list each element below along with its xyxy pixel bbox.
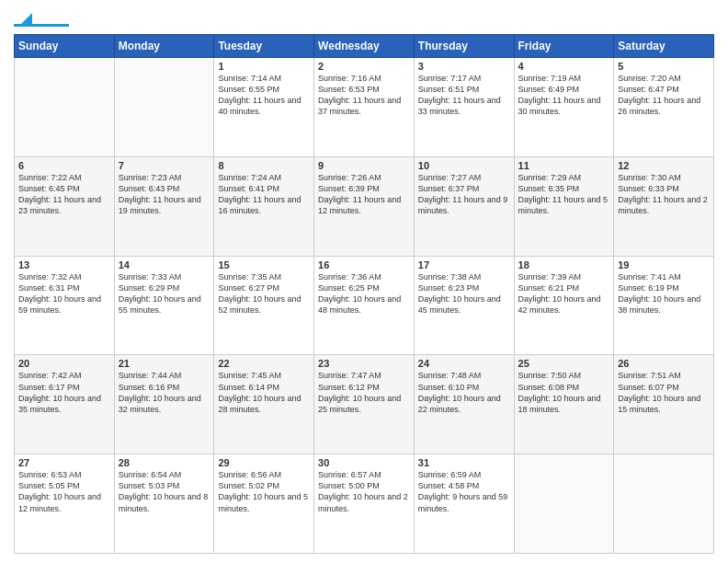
day-info: Sunrise: 7:41 AM Sunset: 6:19 PM Dayligh… [618,272,700,315]
col-sunday: Sunday [15,35,115,58]
calendar-cell [15,58,115,157]
day-number: 11 [518,160,610,171]
calendar-cell: 17Sunrise: 7:38 AM Sunset: 6:23 PM Dayli… [414,256,514,355]
calendar-cell: 1Sunrise: 7:14 AM Sunset: 6:55 PM Daylig… [214,58,314,157]
day-info: Sunrise: 7:44 AM Sunset: 6:16 PM Dayligh… [119,371,201,413]
day-info: Sunrise: 7:24 AM Sunset: 6:41 PM Dayligh… [218,173,301,215]
calendar-cell: 24Sunrise: 7:48 AM Sunset: 6:10 PM Dayli… [414,355,514,454]
day-number: 23 [318,358,410,369]
calendar-cell: 10Sunrise: 7:27 AM Sunset: 6:37 PM Dayli… [414,156,514,256]
day-number: 26 [618,358,710,369]
day-number: 4 [518,61,610,72]
calendar-week-row: 20Sunrise: 7:42 AM Sunset: 6:17 PM Dayli… [15,355,714,454]
col-friday: Friday [514,35,614,58]
calendar-cell: 15Sunrise: 7:35 AM Sunset: 6:27 PM Dayli… [214,256,314,355]
day-info: Sunrise: 7:48 AM Sunset: 6:10 PM Dayligh… [418,371,501,413]
day-number: 6 [18,160,110,171]
day-info: Sunrise: 7:39 AM Sunset: 6:21 PM Dayligh… [518,272,601,315]
day-info: Sunrise: 7:29 AM Sunset: 6:35 PM Dayligh… [518,173,609,215]
calendar-cell: 28Sunrise: 6:54 AM Sunset: 5:03 PM Dayli… [114,454,214,554]
day-number: 5 [618,61,710,72]
calendar-cell: 12Sunrise: 7:30 AM Sunset: 6:33 PM Dayli… [614,156,714,256]
calendar-cell: 25Sunrise: 7:50 AM Sunset: 6:08 PM Dayli… [514,355,614,454]
calendar-cell: 5Sunrise: 7:20 AM Sunset: 6:47 PM Daylig… [614,58,714,157]
header [14,9,714,27]
calendar-cell: 30Sunrise: 6:57 AM Sunset: 5:00 PM Dayli… [314,454,415,554]
day-info: Sunrise: 6:59 AM Sunset: 4:58 PM Dayligh… [418,470,508,512]
calendar-cell: 18Sunrise: 7:39 AM Sunset: 6:21 PM Dayli… [514,256,614,355]
day-number: 14 [119,259,210,270]
col-tuesday: Tuesday [214,35,314,58]
page: Sunday Monday Tuesday Wednesday Thursday… [0,0,728,563]
day-info: Sunrise: 7:50 AM Sunset: 6:08 PM Dayligh… [518,371,601,413]
calendar-cell: 27Sunrise: 6:53 AM Sunset: 5:05 PM Dayli… [15,454,115,554]
calendar-cell [514,454,614,554]
day-info: Sunrise: 7:38 AM Sunset: 6:23 PM Dayligh… [418,272,501,315]
logo [14,9,69,27]
day-number: 18 [518,259,610,270]
day-info: Sunrise: 7:27 AM Sunset: 6:37 PM Dayligh… [418,173,508,215]
logo-underline [14,24,69,27]
day-info: Sunrise: 7:47 AM Sunset: 6:12 PM Dayligh… [318,371,401,413]
day-number: 9 [318,160,410,171]
day-number: 29 [218,457,310,468]
day-number: 19 [618,259,710,270]
col-thursday: Thursday [414,35,514,58]
calendar-cell: 2Sunrise: 7:16 AM Sunset: 6:53 PM Daylig… [314,58,415,157]
calendar-cell: 31Sunrise: 6:59 AM Sunset: 4:58 PM Dayli… [414,454,514,554]
day-number: 7 [119,160,210,171]
day-number: 27 [18,457,110,468]
day-info: Sunrise: 7:26 AM Sunset: 6:39 PM Dayligh… [318,173,401,215]
day-number: 24 [418,358,510,369]
day-info: Sunrise: 7:51 AM Sunset: 6:07 PM Dayligh… [618,371,700,413]
calendar-week-row: 27Sunrise: 6:53 AM Sunset: 5:05 PM Dayli… [15,454,714,554]
calendar-cell: 23Sunrise: 7:47 AM Sunset: 6:12 PM Dayli… [314,355,415,454]
day-number: 30 [318,457,410,468]
day-info: Sunrise: 7:17 AM Sunset: 6:51 PM Dayligh… [418,74,501,116]
calendar-cell: 19Sunrise: 7:41 AM Sunset: 6:19 PM Dayli… [614,256,714,355]
day-info: Sunrise: 7:16 AM Sunset: 6:53 PM Dayligh… [318,74,401,116]
calendar-week-row: 1Sunrise: 7:14 AM Sunset: 6:55 PM Daylig… [15,58,714,157]
day-info: Sunrise: 7:36 AM Sunset: 6:25 PM Dayligh… [318,272,401,315]
day-info: Sunrise: 7:45 AM Sunset: 6:14 PM Dayligh… [218,371,301,413]
calendar-cell: 29Sunrise: 6:56 AM Sunset: 5:02 PM Dayli… [214,454,314,554]
calendar-cell: 14Sunrise: 7:33 AM Sunset: 6:29 PM Dayli… [114,256,214,355]
day-info: Sunrise: 7:35 AM Sunset: 6:27 PM Dayligh… [218,272,301,315]
day-info: Sunrise: 7:20 AM Sunset: 6:47 PM Dayligh… [618,74,700,116]
day-info: Sunrise: 7:33 AM Sunset: 6:29 PM Dayligh… [119,272,201,315]
day-info: Sunrise: 7:14 AM Sunset: 6:55 PM Dayligh… [218,74,301,116]
day-number: 2 [318,61,410,72]
calendar-cell [614,454,714,554]
col-saturday: Saturday [614,35,714,58]
day-info: Sunrise: 6:57 AM Sunset: 5:00 PM Dayligh… [318,470,408,512]
calendar-cell: 11Sunrise: 7:29 AM Sunset: 6:35 PM Dayli… [514,156,614,256]
calendar-cell: 22Sunrise: 7:45 AM Sunset: 6:14 PM Dayli… [214,355,314,454]
calendar-cell: 8Sunrise: 7:24 AM Sunset: 6:41 PM Daylig… [214,156,314,256]
calendar-cell: 21Sunrise: 7:44 AM Sunset: 6:16 PM Dayli… [114,355,214,454]
calendar-header-row: Sunday Monday Tuesday Wednesday Thursday… [15,35,714,58]
col-monday: Monday [114,35,214,58]
day-info: Sunrise: 7:42 AM Sunset: 6:17 PM Dayligh… [18,371,101,413]
day-info: Sunrise: 7:30 AM Sunset: 6:33 PM Dayligh… [618,173,708,215]
day-number: 31 [418,457,510,468]
day-number: 13 [18,259,110,270]
calendar-cell: 9Sunrise: 7:26 AM Sunset: 6:39 PM Daylig… [314,156,415,256]
day-number: 10 [418,160,510,171]
day-number: 15 [218,259,310,270]
calendar-cell: 7Sunrise: 7:23 AM Sunset: 6:43 PM Daylig… [114,156,214,256]
day-info: Sunrise: 6:54 AM Sunset: 5:03 PM Dayligh… [119,470,209,512]
day-info: Sunrise: 7:32 AM Sunset: 6:31 PM Dayligh… [18,272,101,315]
day-number: 1 [218,61,310,72]
calendar-cell: 26Sunrise: 7:51 AM Sunset: 6:07 PM Dayli… [614,355,714,454]
calendar-table: Sunday Monday Tuesday Wednesday Thursday… [14,34,714,554]
calendar-cell: 6Sunrise: 7:22 AM Sunset: 6:45 PM Daylig… [15,156,115,256]
day-number: 20 [18,358,110,369]
calendar-week-row: 13Sunrise: 7:32 AM Sunset: 6:31 PM Dayli… [15,256,714,355]
calendar-cell: 13Sunrise: 7:32 AM Sunset: 6:31 PM Dayli… [15,256,115,355]
day-number: 21 [119,358,210,369]
day-info: Sunrise: 7:22 AM Sunset: 6:45 PM Dayligh… [18,173,101,215]
calendar-cell: 20Sunrise: 7:42 AM Sunset: 6:17 PM Dayli… [15,355,115,454]
day-number: 22 [218,358,310,369]
day-info: Sunrise: 7:23 AM Sunset: 6:43 PM Dayligh… [119,173,201,215]
day-info: Sunrise: 6:53 AM Sunset: 5:05 PM Dayligh… [18,470,101,512]
